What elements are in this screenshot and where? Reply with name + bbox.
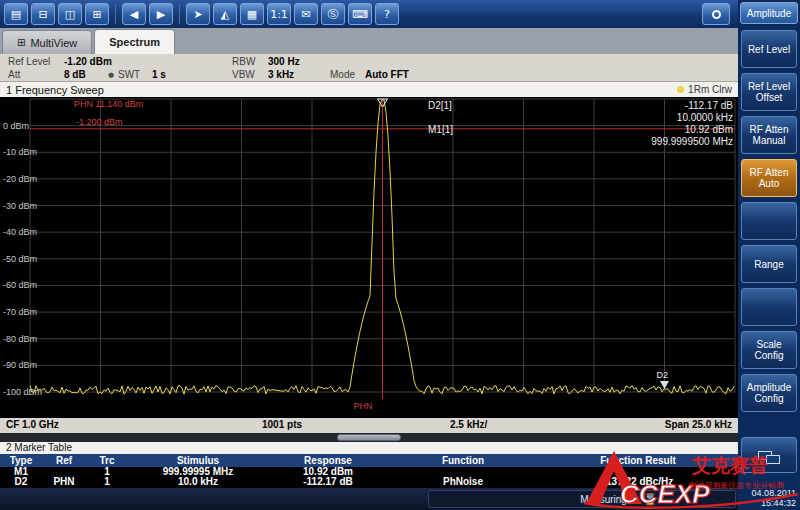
spectrum-analyzer-screen: ▤⊟◫⊞◀▶➤◭▦1:1✉Ⓢ⌨? ⊞ MultiView Spectrum Re… [0,0,800,510]
marker-cell-trc: 1 [86,477,128,487]
marker-table-header-cell: Trc [86,455,128,466]
softkey-menu-header: Amplitude [740,2,798,24]
softkey-sidebar: Amplitude Ref LevelRef Level OffsetRF At… [738,0,800,510]
marker-d2-label: D2[1] [428,100,452,112]
graph-title-bar: 1 Frequency Sweep 1Rm Clrw [0,82,738,97]
marker-cell-ref: PHN [42,477,86,487]
y-axis-label: -40 dBm [3,227,37,237]
printer-icon[interactable]: ⊟ [31,3,55,25]
status-bar: Measuring... ⌛ [0,488,738,510]
peak-search-icon[interactable]: ◭ [213,3,237,25]
camera-button[interactable] [702,3,730,25]
span-label[interactable]: Span 25.0 kHz [665,419,732,430]
document-icon[interactable]: ▤ [4,3,28,25]
marker-table-title-bar: 2 Marker Table [0,442,738,454]
forward-icon[interactable]: ▶ [149,3,173,25]
d2-marker-icon[interactable] [660,381,669,389]
softkey-blank-1[interactable] [741,202,797,240]
softkey-rf-atten-manual[interactable]: RF Atten Manual [741,116,797,154]
vbw-value[interactable]: 3 kHz [268,69,294,80]
toolbar-separator [115,4,116,24]
trace-color-dot [677,86,684,93]
envelope-icon[interactable]: ✉ [294,3,318,25]
softkey-blank-2[interactable] [741,288,797,326]
window-layout-icon [766,455,780,464]
marker-cell-type: D2 [0,477,42,487]
marker-table-header-cell: Ref [42,455,86,466]
swt-value[interactable]: 1 s [152,69,166,80]
settings-bar: Ref Level -1.20 dBm RBW 300 Hz Att 8 dB … [0,54,738,82]
att-value[interactable]: 8 dB [64,69,86,80]
marker-cell-stimulus: 10.0 kHz [128,477,268,487]
axis-bar: CF 1.0 GHz 1001 pts 2.5 kHz/ Span 25.0 k… [0,418,738,433]
phn-readout: PHN 11.140 dBm [74,99,143,109]
y-axis-label: -50 dBm [3,254,37,264]
mode-label[interactable]: Mode [330,69,355,80]
mode-value[interactable]: Auto FFT [365,69,409,80]
softkey-amplitude-config[interactable]: Amplitude Config [741,374,797,412]
y-axis-label: -20 dBm [3,174,37,184]
marker-m1-freq: 999.9999500 MHz [651,136,733,148]
marker-table-header-cell: Function [388,455,538,466]
softkey-ref-level[interactable]: Ref Level [741,30,797,68]
marker-cell-result: -137.22 dBc/Hz [538,477,738,487]
ref-level-value[interactable]: -1.20 dBm [64,56,112,67]
marker-cell-response: -112.17 dB [268,477,388,487]
per-division-label[interactable]: 2.5 kHz/ [450,419,487,430]
tab-multiview[interactable]: ⊞ MultiView [2,30,92,54]
splitter-drag-handle[interactable] [337,434,401,441]
screenshot-icon[interactable]: ⊞ [85,3,109,25]
trace-legend-label: 1Rm Clrw [688,84,732,95]
d2-marker-label: D2 [657,370,669,380]
marker-table-header-cell: Response [268,455,388,466]
zoom-one-to-one-icon[interactable]: 1:1 [267,3,291,25]
tab-spectrum[interactable]: Spectrum [94,29,175,54]
y-axis-label: -30 dBm [3,201,37,211]
marker-m1-label: M1[1] [428,124,453,136]
multiview-grid-icon: ⊞ [17,37,25,48]
y-axis-label: -60 dBm [3,280,37,290]
single-sweep-icon[interactable]: Ⓢ [321,3,345,25]
y-axis-label: -90 dBm [3,360,37,370]
trace-legend[interactable]: 1Rm Clrw [677,84,732,95]
marker-table-rows: M11999.99995 MHz10.92 dBmD2PHN110.0 kHz-… [0,467,738,487]
swt-label[interactable]: SWT [118,69,140,80]
marker-cell-function: PhNoise [388,477,538,487]
rbw-value[interactable]: 300 Hz [268,56,300,67]
ref-level-label[interactable]: Ref Level [8,56,50,67]
back-icon[interactable]: ◀ [122,3,146,25]
datetime: 04.08.2011 15:44:32 [752,488,796,508]
marker-table-row[interactable]: D2PHN110.0 kHz-112.17 dBPhNoise-137.22 d… [0,477,738,487]
marker-d2-level: -112.17 dB [685,100,733,112]
toolbar-separator [179,4,180,24]
center-frequency-label[interactable]: CF 1.0 GHz [6,419,59,430]
save-icon[interactable]: ◫ [58,3,82,25]
keyboard-icon[interactable]: ⌨ [348,3,372,25]
sweep-indicator-icon: ● [108,71,114,79]
help-icon[interactable]: ? [375,3,399,25]
marker-icon[interactable]: ➤ [186,3,210,25]
att-label[interactable]: Att [8,69,20,80]
hourglass-icon: ⌛ [643,493,657,506]
softkey-rf-atten-auto[interactable]: RF Atten Auto [741,159,797,197]
date-label: 04.08.2011 [752,488,796,498]
marker-table-header-cell: Function Result [538,455,738,466]
sweep-points-label[interactable]: 1001 pts [262,419,302,430]
trace-icon[interactable]: ▦ [240,3,264,25]
marker-info-panel: D2[1] -112.17 dB 10.0000 kHz M1[1] 10.92… [428,100,733,148]
graph-area[interactable]: D2PHN 0 dBm-10 dBm-20 dBm-30 dBm-40 dBm-… [0,97,738,418]
marker-table: TypeRefTrcStimulusResponseFunctionFuncti… [0,454,738,488]
vbw-label[interactable]: VBW [232,69,255,80]
y-axis-label: -100 dBm [3,387,42,397]
y-axis-label: -10 dBm [3,147,37,157]
softkey-range[interactable]: Range [741,245,797,283]
window-splitter [0,433,738,442]
y-axis-label: 0 dBm [3,121,29,131]
softkey-scale-config[interactable]: Scale Config [741,331,797,369]
rbw-label[interactable]: RBW [232,56,255,67]
softkey-ref-level-offset[interactable]: Ref Level Offset [741,73,797,111]
phn-marker-label: PHN [354,401,373,411]
toolbar-icons: ▤⊟◫⊞◀▶➤◭▦1:1✉Ⓢ⌨? [4,3,399,25]
display-config-button[interactable] [741,437,797,473]
marker-table-header-cell: Stimulus [128,455,268,466]
